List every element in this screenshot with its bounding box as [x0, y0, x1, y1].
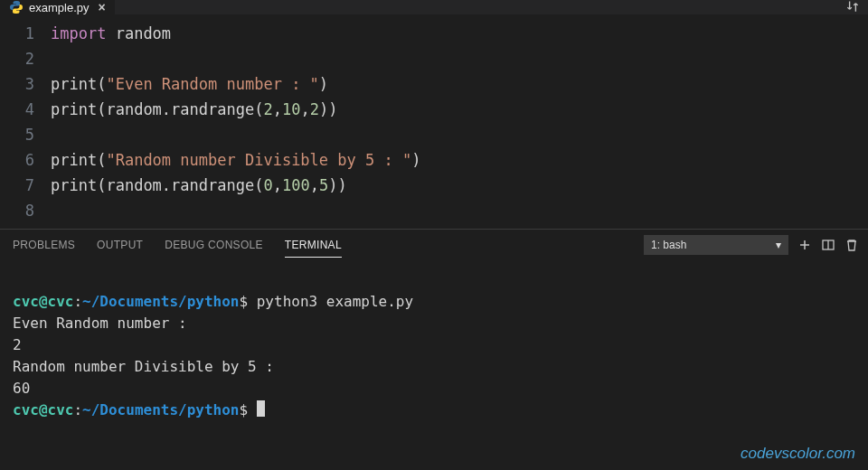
line-number: 5 [0, 122, 34, 147]
tab-example-py[interactable]: example.py × [0, 0, 116, 14]
terminal-view[interactable]: cvc@cvc:~/Documents/python$ python3 exam… [0, 260, 868, 470]
chevron-down-icon: ▾ [776, 239, 781, 251]
terminal-output-line: 60 [13, 380, 30, 397]
watermark-text: codevscolor.com [741, 443, 855, 465]
terminal-output-line: Even Random number : [13, 315, 187, 332]
panel-tab-output[interactable]: OUTPUT [97, 239, 143, 251]
terminal-select-label: 1: bash [651, 239, 686, 251]
code-line[interactable] [51, 122, 868, 147]
terminal-output-line: Random number Divisible by 5 : [13, 358, 274, 375]
code-line[interactable]: print("Random number Divisible by 5 : ") [51, 147, 868, 173]
close-tab-button[interactable]: × [98, 0, 105, 14]
code-content[interactable]: import random print("Even Random number … [51, 21, 868, 223]
line-number: 1 [0, 21, 34, 46]
prompt-path: ~/Documents/python [82, 293, 239, 310]
prompt-user: cvc@cvc [13, 401, 73, 418]
tab-filename: example.py [29, 1, 89, 14]
terminal-command: python3 example.py [257, 293, 413, 310]
line-number: 2 [0, 46, 34, 71]
code-editor[interactable]: 12345678 import random print("Even Rando… [0, 15, 868, 229]
terminal-cursor [257, 400, 265, 417]
code-line[interactable]: print(random.randrange(0,100,5)) [51, 173, 868, 198]
line-number: 6 [0, 147, 34, 173]
terminal-select[interactable]: 1: bash ▾ [644, 235, 788, 255]
title-actions [844, 0, 861, 14]
panel-tabs: PROBLEMS OUTPUT DEBUG CONSOLE TERMINAL 1… [0, 230, 868, 260]
code-line[interactable] [51, 198, 868, 223]
prompt-path: ~/Documents/python [82, 401, 239, 418]
new-terminal-button[interactable] [797, 238, 812, 252]
terminal-output-line: 2 [13, 336, 22, 353]
line-number: 3 [0, 71, 34, 97]
line-number: 4 [0, 97, 34, 122]
line-number-gutter: 12345678 [0, 21, 51, 223]
panel-tab-debug[interactable]: DEBUG CONSOLE [165, 239, 263, 251]
code-line[interactable]: import random [51, 21, 868, 46]
line-number: 7 [0, 173, 34, 198]
split-terminal-button[interactable] [821, 238, 835, 252]
compare-icon[interactable] [844, 0, 861, 17]
prompt-user: cvc@cvc [13, 293, 73, 310]
line-number: 8 [0, 198, 34, 223]
python-file-icon [9, 0, 24, 14]
tab-bar: example.py × [0, 0, 868, 15]
panel-tab-terminal[interactable]: TERMINAL [285, 239, 342, 258]
bottom-panel: PROBLEMS OUTPUT DEBUG CONSOLE TERMINAL 1… [0, 229, 868, 470]
code-line[interactable]: print(random.randrange(2,10,2)) [51, 97, 868, 122]
code-line[interactable] [51, 46, 868, 71]
code-line[interactable]: print("Even Random number : ") [51, 71, 868, 97]
panel-tab-problems[interactable]: PROBLEMS [13, 239, 75, 251]
kill-terminal-button[interactable] [844, 238, 859, 252]
